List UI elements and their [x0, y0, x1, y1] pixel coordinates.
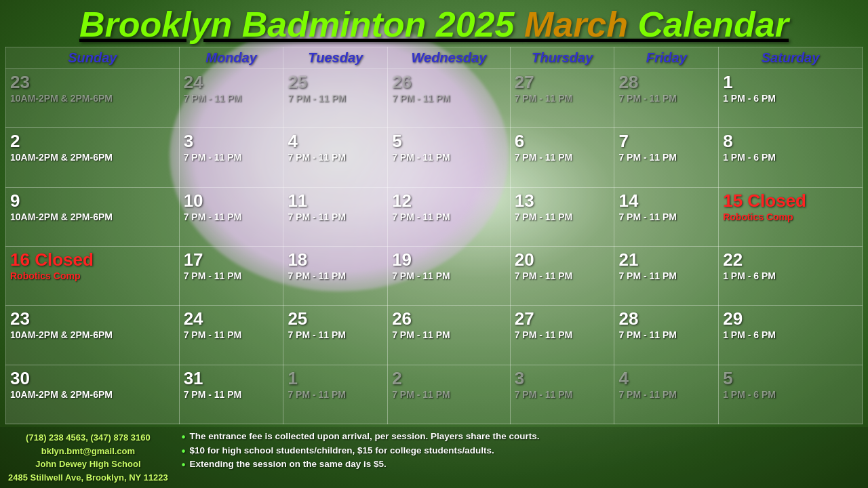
week-row-4: 2310AM-2PM & 2PM-6PM247 PM - 11 PM257 PM…	[6, 306, 863, 365]
date-number: 5	[723, 368, 858, 389]
cal-cell: 221 PM - 6 PM	[719, 247, 863, 306]
time-slot: 7 PM - 11 PM	[392, 270, 506, 281]
cal-cell: 2310AM-2PM & 2PM-6PM	[6, 69, 180, 128]
time-slot: 7 PM - 11 PM	[515, 329, 610, 340]
cal-cell: 207 PM - 11 PM	[510, 247, 614, 306]
time-slot: 1 PM - 6 PM	[723, 152, 858, 163]
cal-cell: 57 PM - 11 PM	[388, 128, 511, 187]
cal-cell: 291 PM - 6 PM	[719, 306, 863, 365]
date-number: 17	[184, 249, 279, 270]
date-number: 19	[392, 249, 506, 270]
day-header-friday: Friday	[614, 47, 719, 69]
date-number: 1	[288, 368, 383, 389]
cal-cell: 177 PM - 11 PM	[179, 247, 283, 306]
cal-cell: 257 PM - 11 PM	[283, 306, 388, 365]
time-slot: 7 PM - 11 PM	[515, 93, 610, 104]
time-slot: 7 PM - 11 PM	[288, 211, 383, 222]
time-slot: 7 PM - 11 PM	[515, 270, 610, 281]
time-slot: 7 PM - 11 PM	[618, 389, 714, 400]
cal-cell: 287 PM - 11 PM	[614, 306, 719, 365]
time-slot: 7 PM - 11 PM	[288, 152, 383, 163]
calendar-wrapper: SundayMondayTuesdayWednesdayThursdayFrid…	[0, 47, 868, 427]
time-slot: 7 PM - 11 PM	[392, 389, 506, 400]
week-row-5: 3010AM-2PM & 2PM-6PM317 PM - 11 PM17 PM …	[6, 365, 863, 424]
footer-phones: (718) 238 4563, (347) 878 3160	[8, 431, 168, 445]
footer-note: The entrance fee is collected upon arriv…	[182, 431, 860, 443]
cal-cell: 67 PM - 11 PM	[510, 128, 614, 187]
date-number: 26	[392, 308, 506, 329]
week-row-2: 910AM-2PM & 2PM-6PM107 PM - 11 PM117 PM …	[6, 187, 863, 246]
date-number: 9	[10, 190, 175, 211]
date-number: 11	[288, 190, 383, 211]
cal-cell: 187 PM - 11 PM	[283, 247, 388, 306]
date-number: 18	[288, 249, 383, 270]
day-header-sunday: Sunday	[6, 47, 180, 69]
cal-cell: 27 PM - 11 PM	[388, 365, 511, 424]
date-number: 7	[618, 131, 714, 152]
day-header-monday: Monday	[179, 47, 283, 69]
cal-cell: 257 PM - 11 PM	[283, 69, 388, 128]
footer: (718) 238 4563, (347) 878 3160 bklyn.bmt…	[0, 427, 868, 488]
time-slot: 7 PM - 11 PM	[184, 270, 279, 281]
cal-cell: 127 PM - 11 PM	[388, 187, 511, 246]
date-number: 16 Closed	[10, 249, 175, 270]
date-number: 29	[723, 308, 858, 329]
time-slot: 7 PM - 11 PM	[288, 270, 383, 281]
cal-cell: 51 PM - 6 PM	[719, 365, 863, 424]
time-slot: 10AM-2PM & 2PM-6PM	[10, 93, 175, 104]
date-number: 31	[184, 368, 279, 389]
cal-cell: 267 PM - 11 PM	[388, 306, 511, 365]
time-slot: 7 PM - 11 PM	[184, 93, 279, 104]
date-number: 24	[184, 308, 279, 329]
date-number: 3	[515, 368, 610, 389]
date-number: 27	[515, 308, 610, 329]
time-slot: 7 PM - 11 PM	[184, 329, 279, 340]
cal-cell: 317 PM - 11 PM	[179, 365, 283, 424]
cal-cell: 17 PM - 11 PM	[283, 365, 388, 424]
time-slot: 7 PM - 11 PM	[618, 270, 714, 281]
date-number: 27	[515, 72, 610, 93]
time-slot: 10AM-2PM & 2PM-6PM	[10, 329, 175, 340]
time-slot: 10AM-2PM & 2PM-6PM	[10, 152, 175, 163]
time-slot: 7 PM - 11 PM	[515, 211, 610, 222]
time-slot: 10AM-2PM & 2PM-6PM	[10, 211, 175, 222]
date-number: 13	[515, 190, 610, 211]
day-header-saturday: Saturday	[719, 47, 863, 69]
week-row-3: 16 ClosedRobotics Comp177 PM - 11 PM187 …	[6, 247, 863, 306]
title-calendar: Calendar	[628, 5, 789, 44]
cal-cell: 277 PM - 11 PM	[510, 69, 614, 128]
date-number: 26	[392, 72, 506, 93]
cal-cell: 16 ClosedRobotics Comp	[6, 247, 180, 306]
calendar-container: Brooklyn Badminton 2025 March Calendar S…	[0, 0, 868, 488]
date-number: 28	[618, 72, 714, 93]
cal-cell: 11 PM - 6 PM	[719, 69, 863, 128]
page-title: Brooklyn Badminton 2025 March Calendar	[0, 0, 868, 47]
time-slot: 7 PM - 11 PM	[184, 152, 279, 163]
time-slot: 7 PM - 11 PM	[392, 211, 506, 222]
calendar-table: SundayMondayTuesdayWednesdayThursdayFrid…	[5, 47, 863, 424]
cal-cell: 15 ClosedRobotics Comp	[719, 187, 863, 246]
title-brooklyn: Brooklyn Badminton 2025	[79, 5, 524, 44]
time-slot: 7 PM - 11 PM	[618, 211, 714, 222]
time-slot: 7 PM - 11 PM	[392, 152, 506, 163]
title-march: March	[524, 5, 628, 44]
cal-cell: 37 PM - 11 PM	[510, 365, 614, 424]
day-header-tuesday: Tuesday	[283, 47, 388, 69]
date-number: 3	[184, 131, 279, 152]
time-slot: 1 PM - 6 PM	[723, 329, 858, 340]
date-number: 5	[392, 131, 506, 152]
cal-cell: 2310AM-2PM & 2PM-6PM	[6, 306, 180, 365]
date-number: 20	[515, 249, 610, 270]
time-slot: 7 PM - 11 PM	[184, 389, 279, 400]
date-number: 10	[184, 190, 279, 211]
footer-note: $10 for high school students/children, $…	[182, 445, 860, 458]
footer-contact: (718) 238 4563, (347) 878 3160 bklyn.bmt…	[8, 431, 168, 484]
time-slot: 7 PM - 11 PM	[288, 389, 383, 400]
footer-school: John Dewey High School	[8, 458, 168, 471]
time-slot: 7 PM - 11 PM	[515, 389, 610, 400]
date-number: 24	[184, 72, 279, 93]
footer-note: Extending the session on the same day is…	[182, 459, 860, 471]
cal-cell: 247 PM - 11 PM	[179, 69, 283, 128]
time-slot: 7 PM - 11 PM	[515, 152, 610, 163]
cal-cell: 217 PM - 11 PM	[614, 247, 719, 306]
